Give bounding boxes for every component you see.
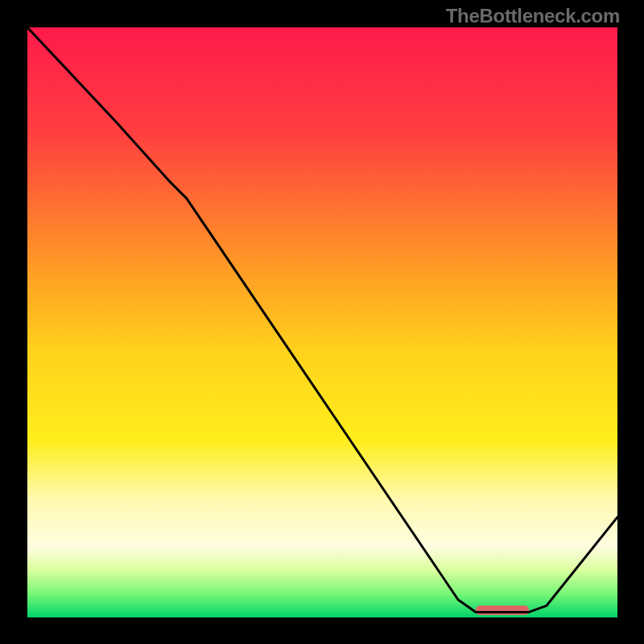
- chart-frame: TheBottleneck.com: [0, 0, 644, 644]
- gradient-background: [27, 27, 617, 617]
- optimum-marker: [476, 605, 529, 615]
- plot-area: [27, 27, 617, 617]
- chart-svg: [27, 27, 617, 617]
- watermark-text: TheBottleneck.com: [446, 5, 620, 27]
